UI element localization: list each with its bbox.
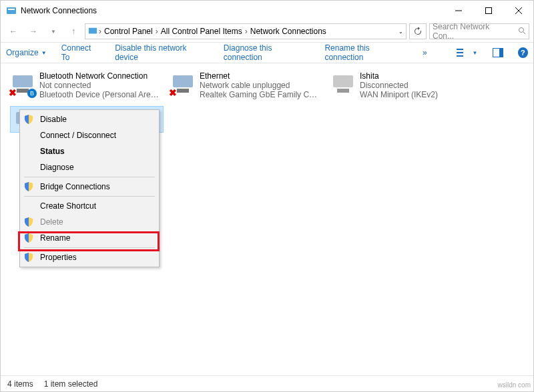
network-adapter-icon: ✖ xyxy=(170,71,196,97)
address-bar: ← → ▼ ↑ › Control Panel › All Control Pa… xyxy=(1,21,533,42)
window-icon xyxy=(6,5,17,16)
breadcrumb[interactable]: › Control Panel › All Control Panel Item… xyxy=(85,23,407,39)
shield-icon xyxy=(24,253,33,262)
view-options[interactable]: ▼ xyxy=(457,48,478,57)
svg-rect-17 xyxy=(177,89,189,93)
svg-rect-14 xyxy=(13,75,33,87)
toolbar: Organize ▼ Connect To Disable this netwo… xyxy=(1,42,533,63)
item-count: 4 items xyxy=(7,379,33,389)
connection-status: Disconnected xyxy=(360,81,438,90)
preview-pane-button[interactable] xyxy=(493,48,503,57)
search-icon xyxy=(518,27,526,37)
svg-rect-13 xyxy=(499,49,503,57)
context-menu: Disable Connect / Disconnect Status Diag… xyxy=(19,109,160,267)
breadcrumb-item[interactable]: Control Panel xyxy=(103,27,154,36)
connection-device: Realtek Gaming GbE Family Contr... xyxy=(200,90,320,99)
svg-rect-6 xyxy=(89,27,97,33)
connection-name: Ishita xyxy=(360,71,438,81)
help-button[interactable]: ? xyxy=(518,47,528,58)
menu-separator xyxy=(24,196,155,197)
chevron-right-icon: › xyxy=(245,27,248,36)
svg-rect-3 xyxy=(485,8,491,14)
connection-status: Network cable unplugged xyxy=(200,81,320,90)
connection-name: Bluetooth Network Connection xyxy=(39,71,160,81)
menu-separator xyxy=(24,247,155,248)
shield-icon xyxy=(24,182,33,191)
svg-rect-9 xyxy=(457,49,463,50)
close-button[interactable] xyxy=(503,1,533,21)
menu-disable[interactable]: Disable xyxy=(20,111,159,127)
menu-bridge[interactable]: Bridge Connections xyxy=(20,179,159,195)
selected-count: 1 item selected xyxy=(44,379,98,389)
connection-item-bluetooth[interactable]: ✖ B Bluetooth Network Connection Not con… xyxy=(7,70,161,101)
svg-point-7 xyxy=(519,27,524,32)
back-button[interactable]: ← xyxy=(5,23,22,40)
history-dropdown[interactable]: ▼ xyxy=(45,23,62,40)
content-area: ✖ B Bluetooth Network Connection Not con… xyxy=(1,63,533,107)
rename-button[interactable]: Rename this connection xyxy=(324,43,408,62)
connection-item-ishita[interactable]: Ishita Disconnected WAN Miniport (IKEv2) xyxy=(328,70,481,101)
maximize-button[interactable] xyxy=(473,1,503,21)
forward-button[interactable]: → xyxy=(25,23,42,40)
status-bar: 4 items 1 item selected xyxy=(1,375,533,391)
svg-rect-18 xyxy=(333,75,353,87)
search-input[interactable]: Search Network Con... xyxy=(429,23,529,39)
menu-delete[interactable]: Delete xyxy=(20,214,159,230)
minimize-button[interactable] xyxy=(443,1,473,21)
svg-line-8 xyxy=(523,32,525,34)
svg-rect-11 xyxy=(457,55,463,57)
titlebar: Network Connections xyxy=(1,1,533,21)
chevron-right-icon: › xyxy=(99,27,101,36)
connection-device: WAN Miniport (IKEv2) xyxy=(360,90,438,99)
refresh-button[interactable] xyxy=(409,23,427,39)
window-title: Network Connections xyxy=(21,6,443,15)
chevron-down-icon: ▼ xyxy=(41,50,47,56)
chevron-down-icon[interactable]: ⌄ xyxy=(398,29,403,35)
shield-icon xyxy=(24,233,33,243)
breadcrumb-item[interactable]: Network Connections xyxy=(249,27,328,36)
more-actions[interactable]: » xyxy=(423,48,427,57)
error-icon: ✖ xyxy=(169,87,177,98)
disable-device-button[interactable]: Disable this network device xyxy=(115,43,209,62)
network-adapter-icon xyxy=(330,71,356,97)
error-icon: ✖ xyxy=(9,87,17,98)
bluetooth-icon: B xyxy=(27,89,37,98)
connection-device: Bluetooth Device (Personal Area ... xyxy=(39,90,160,99)
diagnose-button[interactable]: Diagnose this connection xyxy=(224,43,310,62)
menu-separator xyxy=(24,177,155,177)
shield-icon xyxy=(24,217,33,227)
network-adapter-icon: ✖ B xyxy=(10,71,35,97)
chevron-right-icon: › xyxy=(156,27,158,36)
breadcrumb-icon xyxy=(88,26,97,37)
svg-rect-19 xyxy=(337,89,349,93)
menu-status[interactable]: Status xyxy=(20,143,159,159)
connection-status: Not connected xyxy=(39,81,160,90)
svg-rect-0 xyxy=(7,7,16,14)
menu-create-shortcut[interactable]: Create Shortcut xyxy=(20,198,159,214)
menu-connect-disconnect[interactable]: Connect / Disconnect xyxy=(20,127,159,143)
menu-properties[interactable]: Properties xyxy=(20,249,159,265)
shield-icon xyxy=(24,115,33,124)
window-controls xyxy=(443,1,533,21)
connection-name: Ethernet xyxy=(200,71,320,81)
svg-rect-16 xyxy=(173,75,193,87)
watermark: wsildn com xyxy=(498,381,531,389)
breadcrumb-item[interactable]: All Control Panel Items xyxy=(160,27,244,36)
organize-menu[interactable]: Organize ▼ xyxy=(6,48,47,57)
svg-rect-10 xyxy=(457,52,463,53)
search-placeholder: Search Network Con... xyxy=(433,22,513,41)
menu-rename[interactable]: Rename xyxy=(20,230,159,246)
connection-item-ethernet[interactable]: ✖ Ethernet Network cable unplugged Realt… xyxy=(168,70,321,101)
menu-diagnose[interactable]: Diagnose xyxy=(20,159,159,175)
svg-rect-1 xyxy=(8,9,15,10)
connect-to-button[interactable]: Connect To xyxy=(61,43,101,62)
up-button[interactable]: ↑ xyxy=(65,23,82,40)
